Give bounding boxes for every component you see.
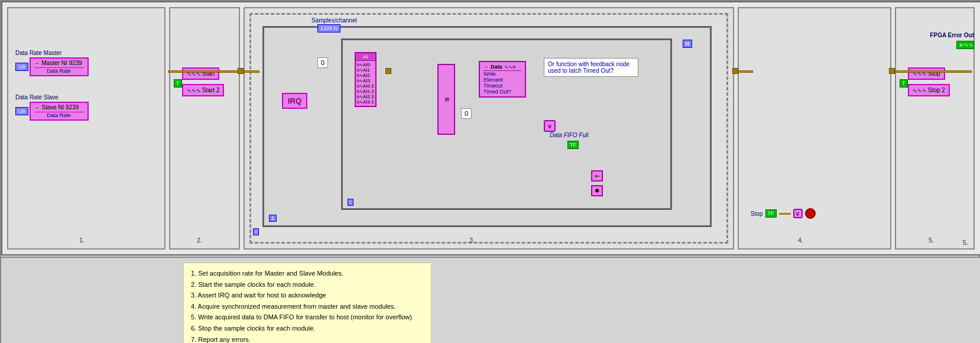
notes-area: 1. Set acquisition rate for Master and S… xyxy=(1,257,980,343)
start2-label: Start 2 xyxy=(202,87,219,93)
or-comment-box: Or function with feedback node used to l… xyxy=(544,58,638,77)
panel-4: Stop TF v 4. xyxy=(738,7,891,250)
ai1-row: b∿ AI1 xyxy=(357,67,374,73)
main-container: Data Rate Master U8 → Master NI 9239 Dat… xyxy=(0,0,980,343)
data-fifo-full-text: Data FIFO Full xyxy=(550,132,589,138)
slave-ni9239-label: Slave NI 9239 xyxy=(42,104,79,111)
tf-box-inner: TF xyxy=(567,141,579,149)
stop-v-node: v xyxy=(793,209,803,218)
ai32-row: b∿ AI3 2 xyxy=(357,99,374,105)
zero-constant: 0 xyxy=(317,57,328,68)
notes-box: 1. Set acquisition rate for Master and S… xyxy=(183,263,431,343)
samples-value-box[interactable]: 1328 N xyxy=(317,24,340,33)
data-rate-master-group: Data Rate Master U8 → Master NI 9239 Dat… xyxy=(15,50,89,76)
note-5: 5. Write acquired data to DMA FIFO for t… xyxy=(191,312,424,323)
data-rate-sublabel: Data Rate xyxy=(34,67,84,74)
register-block-2[interactable]: ✱ xyxy=(591,185,603,196)
stop2-block-label: Stop 2 xyxy=(928,87,945,93)
ai02-row: b∿ AI0 2 xyxy=(357,83,374,89)
ai2-row: b∿ AI2 xyxy=(357,73,374,78)
master-ni9239-block[interactable]: → Master NI 9239 Data Rate xyxy=(30,57,89,76)
tf-indicator-2: T xyxy=(174,79,182,88)
wire-panel2-to-3 xyxy=(242,70,259,73)
diagram-area: Data Rate Master U8 → Master NI 9239 Dat… xyxy=(1,1,980,255)
note-4: 4. Acquire synchronized measurement from… xyxy=(191,302,424,312)
section-num-1: 1. xyxy=(79,237,85,244)
or-function: v xyxy=(544,120,556,132)
start-block[interactable]: ∿∿∿ Start xyxy=(182,67,219,80)
note-6: 6. Stop the sample clocks for each modul… xyxy=(191,323,424,334)
stop-area: Stop TF v xyxy=(751,208,816,219)
irq-block[interactable]: IRQ xyxy=(282,93,307,109)
loop-index-inner: i xyxy=(348,199,353,206)
loop-index-i: i xyxy=(253,228,259,235)
section-num-2: 2. xyxy=(197,237,202,244)
tf-indicator-5: T xyxy=(900,79,908,88)
panel-1: Data Rate Master U8 → Master NI 9239 Dat… xyxy=(7,7,166,250)
section-num-4: 4. xyxy=(798,237,803,244)
element-label: Element xyxy=(483,77,521,83)
u8-label-master: U8 xyxy=(15,63,28,71)
data-rate-slave-label: Data Rate Slave xyxy=(15,94,89,101)
master-ni9239-label: Master NI 9239 xyxy=(42,60,82,66)
loop-index-1: 1 xyxy=(269,215,277,222)
timed-out-label: Timed Out? xyxy=(483,89,521,95)
wire-node-3 xyxy=(732,68,738,74)
stop2-block[interactable]: ∿∿∿ Stop 2 xyxy=(908,84,950,96)
data-fifo-block[interactable]: → Data ∿∿⊳ Write Element Timeout Timed O… xyxy=(479,61,526,98)
ai-channels-block[interactable]: AI b∿ AI0 b∿ AI1 b∿ AI2 b∿ AI3 b∿ AI0 2 … xyxy=(355,52,377,107)
ai0-row: b∿ AI0 xyxy=(357,62,374,67)
section-num-6: 5. xyxy=(963,239,968,246)
data-fifo-full-label: Data FIFO Full xyxy=(550,132,589,138)
wire-panel1-to-2 xyxy=(168,70,242,73)
irq-label: IRQ xyxy=(288,96,301,105)
start2-block[interactable]: ∿∿∿ Start 2 xyxy=(182,84,224,96)
stop-circle xyxy=(805,208,816,219)
array-block: ▤ xyxy=(437,64,455,135)
timeout-label: Timeout xyxy=(483,83,521,89)
slave-ni9239-block[interactable]: → Slave NI 9239 Data Rate xyxy=(30,102,89,121)
n-label: N xyxy=(683,40,693,48)
stop-text-label: Stop xyxy=(751,211,763,217)
data-rate-slave-group: Data Rate Slave U8 → Slave NI 9239 Data … xyxy=(15,94,89,121)
ai-block-title: AI xyxy=(356,53,375,61)
write-label: Write xyxy=(483,70,521,77)
section-num-5: 5. xyxy=(929,237,934,244)
wire-node-2 xyxy=(385,68,391,74)
or-comment-text: Or function with feedback node used to l… xyxy=(548,61,629,74)
panel-2: T ∿∿∿ Start ∿∿∿ Start 2 2. xyxy=(169,7,240,250)
register-block-1[interactable]: ⇐ xyxy=(591,170,603,182)
data-rate-sublabel2: Data Rate xyxy=(34,112,84,118)
note-1: 1. Set acquisition rate for Master and S… xyxy=(191,268,424,279)
note-7: 7. Report any errors. xyxy=(191,335,424,343)
ai12-row: b∿ AI1 2 xyxy=(357,89,374,94)
acq-while-loop: AI b∿ AI0 b∿ AI1 b∿ AI2 b∿ AI3 b∿ AI0 2 … xyxy=(341,38,672,210)
data-label: Data xyxy=(491,64,502,70)
error-out-box: ⊳∿∿ xyxy=(956,41,974,49)
samples-n: N xyxy=(334,25,338,31)
ai3-row: b∿ AI3 xyxy=(357,78,374,83)
note-3: 3. Assert IRQ and wait for host to ackno… xyxy=(191,290,424,301)
section-num-3: 3. xyxy=(469,237,475,244)
zero-constant-inner: 0 xyxy=(461,108,472,119)
note-2: 2. Start the sample clocks for each modu… xyxy=(191,280,424,290)
inner-for-loop: Samples/channel 1328 N N IRQ 0 xyxy=(262,26,712,227)
data-rate-master-label: Data Rate Master xyxy=(15,50,89,56)
fpga-error-out-label: FPGA Error Out xyxy=(930,32,974,38)
stop-block[interactable]: ∿∿∿ Stop xyxy=(908,67,945,80)
panel-3: Samples/channel 1328 N N IRQ 0 xyxy=(244,7,734,250)
stop-wire xyxy=(779,213,791,215)
u8-label-slave: U8 xyxy=(15,107,28,115)
samples-channel-label: Samples/channel xyxy=(311,17,357,24)
tf-stop: TF xyxy=(765,209,777,218)
wire-node-4 xyxy=(889,68,895,74)
wire-node-1 xyxy=(238,68,244,74)
samples-value: 1328 xyxy=(320,25,332,31)
wire-panel5-to-end xyxy=(895,70,972,73)
ai22-row: b∿ AI2 2 xyxy=(357,94,374,99)
